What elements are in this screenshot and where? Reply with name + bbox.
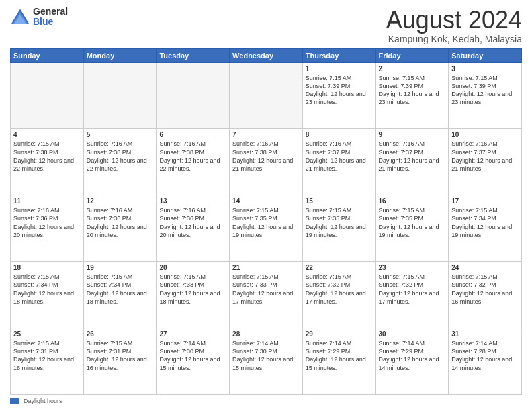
calendar-cell <box>157 62 230 129</box>
header: General Blue August 2024 Kampung Kok, Ke… <box>10 7 522 44</box>
calendar-cell: 4Sunrise: 7:15 AMSunset: 7:38 PMDaylight… <box>11 129 84 195</box>
day-number: 24 <box>451 264 519 271</box>
day-info: Sunrise: 7:15 AMSunset: 7:35 PMDaylight:… <box>306 206 373 239</box>
calendar-cell: 15Sunrise: 7:15 AMSunset: 7:35 PMDayligh… <box>302 195 375 262</box>
calendar-cell: 16Sunrise: 7:15 AMSunset: 7:35 PMDayligh… <box>375 195 449 262</box>
week-row-1: 1Sunrise: 7:15 AMSunset: 7:39 PMDaylight… <box>11 62 522 129</box>
day-number: 4 <box>13 131 81 138</box>
calendar-cell: 21Sunrise: 7:15 AMSunset: 7:33 PMDayligh… <box>230 262 303 328</box>
week-row-4: 18Sunrise: 7:15 AMSunset: 7:34 PMDayligh… <box>11 262 522 328</box>
day-info: Sunrise: 7:15 AMSunset: 7:34 PMDaylight:… <box>87 273 154 306</box>
day-number: 5 <box>87 131 154 138</box>
col-header-sunday: Sunday <box>11 48 84 62</box>
day-number: 8 <box>306 131 373 138</box>
day-info: Sunrise: 7:15 AMSunset: 7:35 PMDaylight:… <box>379 206 446 239</box>
calendar-cell: 8Sunrise: 7:16 AMSunset: 7:37 PMDaylight… <box>302 129 375 195</box>
calendar-cell: 5Sunrise: 7:16 AMSunset: 7:38 PMDaylight… <box>83 129 157 195</box>
calendar-cell <box>83 62 157 129</box>
day-number: 7 <box>232 131 300 138</box>
day-info: Sunrise: 7:15 AMSunset: 7:31 PMDaylight:… <box>87 339 154 372</box>
day-number: 29 <box>306 330 373 338</box>
day-number: 31 <box>451 330 519 338</box>
day-number: 11 <box>13 197 81 205</box>
day-info: Sunrise: 7:15 AMSunset: 7:39 PMDaylight:… <box>451 74 519 107</box>
calendar-cell: 17Sunrise: 7:15 AMSunset: 7:34 PMDayligh… <box>449 195 522 262</box>
calendar-cell: 1Sunrise: 7:15 AMSunset: 7:39 PMDaylight… <box>302 62 375 129</box>
day-info: Sunrise: 7:14 AMSunset: 7:30 PMDaylight:… <box>232 339 300 372</box>
logo-icon <box>10 7 30 27</box>
day-number: 13 <box>159 197 226 205</box>
day-info: Sunrise: 7:16 AMSunset: 7:36 PMDaylight:… <box>87 206 154 239</box>
day-number: 22 <box>306 264 373 271</box>
calendar-cell: 10Sunrise: 7:16 AMSunset: 7:37 PMDayligh… <box>449 129 522 195</box>
calendar-cell: 19Sunrise: 7:15 AMSunset: 7:34 PMDayligh… <box>83 262 157 328</box>
calendar-cell: 7Sunrise: 7:16 AMSunset: 7:38 PMDaylight… <box>230 129 303 195</box>
calendar-cell: 26Sunrise: 7:15 AMSunset: 7:31 PMDayligh… <box>83 328 157 395</box>
day-number: 14 <box>232 197 300 205</box>
col-header-tuesday: Tuesday <box>157 48 230 62</box>
day-number: 27 <box>159 330 226 338</box>
day-number: 18 <box>13 264 81 271</box>
calendar-cell: 2Sunrise: 7:15 AMSunset: 7:39 PMDaylight… <box>375 62 449 129</box>
day-info: Sunrise: 7:15 AMSunset: 7:34 PMDaylight:… <box>451 206 519 239</box>
calendar-cell: 22Sunrise: 7:15 AMSunset: 7:32 PMDayligh… <box>302 262 375 328</box>
day-info: Sunrise: 7:15 AMSunset: 7:32 PMDaylight:… <box>451 273 519 306</box>
day-info: Sunrise: 7:15 AMSunset: 7:32 PMDaylight:… <box>379 273 446 306</box>
daylight-label: Daylight hours <box>24 398 62 404</box>
calendar-cell: 9Sunrise: 7:16 AMSunset: 7:37 PMDaylight… <box>375 129 449 195</box>
day-info: Sunrise: 7:16 AMSunset: 7:37 PMDaylight:… <box>306 140 373 173</box>
calendar-cell: 23Sunrise: 7:15 AMSunset: 7:32 PMDayligh… <box>375 262 449 328</box>
calendar-cell: 29Sunrise: 7:14 AMSunset: 7:29 PMDayligh… <box>302 328 375 395</box>
day-info: Sunrise: 7:16 AMSunset: 7:37 PMDaylight:… <box>379 140 446 173</box>
logo: General Blue <box>10 7 68 28</box>
day-info: Sunrise: 7:15 AMSunset: 7:33 PMDaylight:… <box>159 273 226 306</box>
calendar-cell: 20Sunrise: 7:15 AMSunset: 7:33 PMDayligh… <box>157 262 230 328</box>
day-info: Sunrise: 7:15 AMSunset: 7:31 PMDaylight:… <box>13 339 81 372</box>
day-info: Sunrise: 7:14 AMSunset: 7:29 PMDaylight:… <box>379 339 446 372</box>
day-number: 21 <box>232 264 300 271</box>
calendar-cell: 3Sunrise: 7:15 AMSunset: 7:39 PMDaylight… <box>449 62 522 129</box>
location: Kampung Kok, Kedah, Malaysia <box>386 34 522 44</box>
day-info: Sunrise: 7:14 AMSunset: 7:29 PMDaylight:… <box>306 339 373 372</box>
day-number: 28 <box>232 330 300 338</box>
col-header-monday: Monday <box>83 48 157 62</box>
calendar-cell: 28Sunrise: 7:14 AMSunset: 7:30 PMDayligh… <box>230 328 303 395</box>
day-info: Sunrise: 7:16 AMSunset: 7:36 PMDaylight:… <box>159 206 226 239</box>
day-number: 19 <box>87 264 154 271</box>
day-number: 10 <box>451 131 519 138</box>
day-info: Sunrise: 7:14 AMSunset: 7:30 PMDaylight:… <box>159 339 226 372</box>
calendar-cell: 18Sunrise: 7:15 AMSunset: 7:34 PMDayligh… <box>11 262 84 328</box>
month-year: August 2024 <box>386 7 522 34</box>
day-number: 2 <box>379 65 446 73</box>
day-number: 6 <box>159 131 226 138</box>
day-number: 17 <box>451 197 519 205</box>
day-info: Sunrise: 7:15 AMSunset: 7:34 PMDaylight:… <box>13 273 81 306</box>
calendar-cell: 25Sunrise: 7:15 AMSunset: 7:31 PMDayligh… <box>11 328 84 395</box>
day-info: Sunrise: 7:15 AMSunset: 7:33 PMDaylight:… <box>232 273 300 306</box>
day-info: Sunrise: 7:14 AMSunset: 7:28 PMDaylight:… <box>451 339 519 372</box>
calendar-cell: 14Sunrise: 7:15 AMSunset: 7:35 PMDayligh… <box>230 195 303 262</box>
calendar-cell: 12Sunrise: 7:16 AMSunset: 7:36 PMDayligh… <box>83 195 157 262</box>
logo-blue-text: Blue <box>33 17 68 27</box>
logo-general-text: General <box>33 7 68 17</box>
col-header-saturday: Saturday <box>449 48 522 62</box>
col-header-thursday: Thursday <box>302 48 375 62</box>
day-number: 30 <box>379 330 446 338</box>
col-header-wednesday: Wednesday <box>230 48 303 62</box>
logo-text: General Blue <box>33 7 68 28</box>
day-number: 15 <box>306 197 373 205</box>
day-number: 1 <box>306 65 373 73</box>
day-number: 20 <box>159 264 226 271</box>
calendar-cell <box>230 62 303 129</box>
calendar-cell: 11Sunrise: 7:16 AMSunset: 7:36 PMDayligh… <box>11 195 84 262</box>
day-number: 12 <box>87 197 154 205</box>
calendar-cell: 24Sunrise: 7:15 AMSunset: 7:32 PMDayligh… <box>449 262 522 328</box>
calendar-cell: 27Sunrise: 7:14 AMSunset: 7:30 PMDayligh… <box>157 328 230 395</box>
calendar-table: SundayMondayTuesdayWednesdayThursdayFrid… <box>10 48 522 395</box>
title-section: August 2024 Kampung Kok, Kedah, Malaysia <box>386 7 522 44</box>
week-row-5: 25Sunrise: 7:15 AMSunset: 7:31 PMDayligh… <box>11 328 522 395</box>
calendar-cell <box>11 62 84 129</box>
day-number: 26 <box>87 330 154 338</box>
day-info: Sunrise: 7:15 AMSunset: 7:32 PMDaylight:… <box>306 273 373 306</box>
day-info: Sunrise: 7:16 AMSunset: 7:38 PMDaylight:… <box>159 140 226 173</box>
